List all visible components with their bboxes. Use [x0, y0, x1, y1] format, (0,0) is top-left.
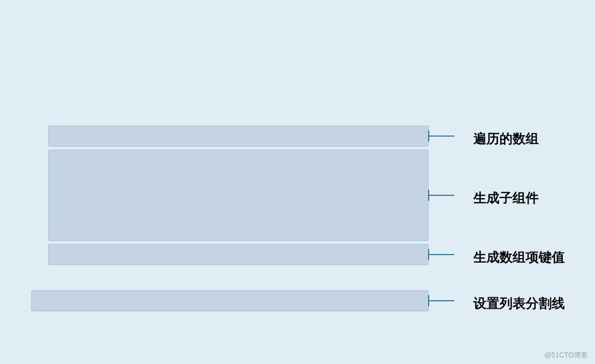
annotation-divider: 设置列表分割线	[473, 292, 565, 314]
highlight-divider	[31, 290, 429, 311]
connector-1	[428, 136, 454, 137]
code-block: 遍历的数组 生成子组件 生成数组项键值 设置列表分割线 @Component e…	[0, 0, 595, 364]
highlight-keygen	[48, 244, 429, 265]
highlight-foreach	[48, 126, 429, 147]
annotation-child: 生成子组件	[473, 187, 539, 209]
highlight-item-block	[48, 150, 429, 241]
annotation-foreach: 遍历的数组	[473, 128, 539, 150]
annotation-keygen: 生成数组项键值	[473, 246, 565, 268]
watermark: @51CTO博客	[544, 351, 588, 360]
connector-4	[428, 300, 454, 301]
connector-2	[428, 195, 454, 196]
connector-3	[428, 254, 454, 255]
